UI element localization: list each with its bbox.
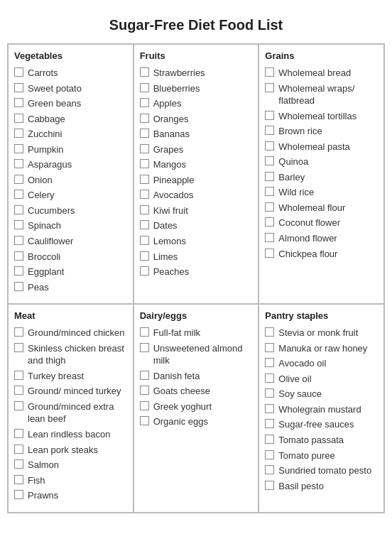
list-item[interactable]: Sundried tomato pesto: [265, 464, 378, 477]
checkbox-icon[interactable]: [265, 249, 274, 258]
checkbox-icon[interactable]: [265, 404, 274, 413]
checkbox-icon[interactable]: [265, 481, 274, 490]
list-item[interactable]: Dates: [140, 219, 253, 232]
list-item[interactable]: Avocado oil: [265, 357, 378, 370]
list-item[interactable]: Broccoli: [14, 251, 127, 263]
list-item[interactable]: Stevia or monk fruit: [265, 327, 378, 339]
list-item[interactable]: Green beans: [14, 97, 127, 110]
checkbox-icon[interactable]: [140, 114, 149, 123]
list-item[interactable]: Cucumbers: [14, 205, 127, 217]
list-item[interactable]: Olive oil: [265, 373, 378, 386]
checkbox-icon[interactable]: [265, 111, 274, 120]
checkbox-icon[interactable]: [14, 459, 23, 469]
list-item[interactable]: Skinless chicken breast and thigh: [14, 342, 127, 367]
list-item[interactable]: Lean pork steaks: [14, 444, 127, 457]
list-item[interactable]: Tomato puree: [265, 449, 378, 462]
checkbox-icon[interactable]: [14, 343, 23, 352]
list-item[interactable]: Bananas: [140, 128, 253, 141]
list-item[interactable]: Danish feta: [140, 370, 253, 383]
list-item[interactable]: Onion: [14, 174, 127, 187]
list-item[interactable]: Prawns: [14, 489, 127, 502]
checkbox-icon[interactable]: [140, 175, 149, 184]
checkbox-icon[interactable]: [265, 126, 274, 135]
checkbox-icon[interactable]: [14, 401, 23, 410]
checkbox-icon[interactable]: [140, 144, 149, 153]
checkbox-icon[interactable]: [265, 419, 274, 428]
checkbox-icon[interactable]: [14, 282, 23, 291]
checkbox-icon[interactable]: [140, 220, 149, 229]
checkbox-icon[interactable]: [265, 156, 274, 165]
list-item[interactable]: Mangos: [140, 158, 253, 171]
checkbox-icon[interactable]: [140, 129, 149, 138]
list-item[interactable]: Organic eggs: [140, 415, 253, 428]
checkbox-icon[interactable]: [14, 220, 23, 229]
list-item[interactable]: Ground/minced chicken: [14, 327, 127, 339]
checkbox-icon[interactable]: [14, 445, 23, 454]
checkbox-icon[interactable]: [140, 236, 149, 245]
checkbox-icon[interactable]: [140, 67, 149, 77]
list-item[interactable]: Cauliflower: [14, 235, 127, 248]
checkbox-icon[interactable]: [140, 159, 149, 168]
checkbox-icon[interactable]: [140, 416, 149, 425]
checkbox-icon[interactable]: [265, 327, 274, 337]
list-item[interactable]: Zucchini: [14, 128, 127, 141]
checkbox-icon[interactable]: [265, 388, 274, 398]
list-item[interactable]: Apples: [140, 97, 253, 110]
checkbox-icon[interactable]: [14, 475, 23, 484]
checkbox-icon[interactable]: [265, 83, 274, 92]
checkbox-icon[interactable]: [14, 251, 23, 261]
checkbox-icon[interactable]: [14, 129, 23, 138]
list-item[interactable]: Wholemeal wraps/ flatbread: [265, 82, 378, 107]
list-item[interactable]: Goats cheese: [140, 385, 253, 398]
list-item[interactable]: Strawberries: [140, 67, 253, 80]
checkbox-icon[interactable]: [140, 83, 149, 92]
list-item[interactable]: Asparagus: [14, 158, 127, 171]
checkbox-icon[interactable]: [14, 67, 23, 77]
list-item[interactable]: Salmon: [14, 459, 127, 471]
list-item[interactable]: Lemons: [140, 235, 253, 248]
checkbox-icon[interactable]: [14, 327, 23, 337]
checkbox-icon[interactable]: [265, 343, 274, 352]
list-item[interactable]: Turkey breast: [14, 370, 127, 383]
checkbox-icon[interactable]: [265, 374, 274, 383]
checkbox-icon[interactable]: [265, 435, 274, 444]
checkbox-icon[interactable]: [265, 67, 274, 77]
list-item[interactable]: Spinach: [14, 219, 127, 232]
list-item[interactable]: Coconut flower: [265, 217, 378, 229]
list-item[interactable]: Avocados: [140, 189, 253, 202]
list-item[interactable]: Full-fat milk: [140, 327, 253, 339]
list-item[interactable]: Sugar-free sauces: [265, 418, 378, 431]
checkbox-icon[interactable]: [265, 141, 274, 151]
list-item[interactable]: Carrots: [14, 67, 127, 80]
checkbox-icon[interactable]: [14, 266, 23, 276]
checkbox-icon[interactable]: [14, 159, 23, 168]
list-item[interactable]: Brown rice: [265, 125, 378, 138]
list-item[interactable]: Celery: [14, 189, 127, 202]
list-item[interactable]: Barley: [265, 171, 378, 184]
checkbox-icon[interactable]: [140, 371, 149, 380]
checkbox-icon[interactable]: [14, 205, 23, 214]
list-item[interactable]: Lean rindless bacon: [14, 428, 127, 441]
checkbox-icon[interactable]: [14, 83, 23, 92]
checkbox-icon[interactable]: [140, 386, 149, 395]
list-item[interactable]: Manuka or raw honey: [265, 342, 378, 355]
list-item[interactable]: Greek yoghurt: [140, 400, 253, 413]
list-item[interactable]: Ground/minced extra lean beef: [14, 400, 127, 425]
list-item[interactable]: Wholemeal flour: [265, 202, 378, 214]
list-item[interactable]: Peaches: [140, 266, 253, 278]
checkbox-icon[interactable]: [14, 190, 23, 199]
list-item[interactable]: Fish: [14, 474, 127, 487]
checkbox-icon[interactable]: [140, 266, 149, 276]
list-item[interactable]: Blueberries: [140, 82, 253, 95]
checkbox-icon[interactable]: [140, 205, 149, 214]
checkbox-icon[interactable]: [265, 450, 274, 459]
list-item[interactable]: Basil pesto: [265, 480, 378, 493]
checkbox-icon[interactable]: [14, 236, 23, 245]
checkbox-icon[interactable]: [140, 98, 149, 107]
checkbox-icon[interactable]: [140, 251, 149, 261]
list-item[interactable]: Wholegrain mustard: [265, 403, 378, 416]
list-item[interactable]: Limes: [140, 251, 253, 263]
checkbox-icon[interactable]: [265, 202, 274, 212]
checkbox-icon[interactable]: [14, 114, 23, 123]
list-item[interactable]: Sweet potato: [14, 82, 127, 95]
